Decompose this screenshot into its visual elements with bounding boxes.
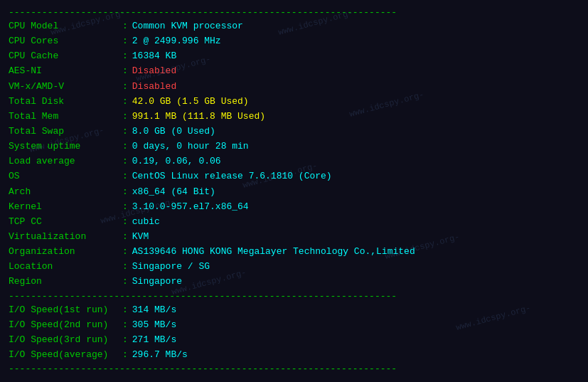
row-value: Common KVM processor	[132, 19, 243, 33]
io-row-label: I/O Speed(1st run)	[9, 303, 122, 317]
system-row: Total Swap: 8.0 GB (0 Used)	[9, 124, 579, 139]
system-row: OS: CentOS Linux release 7.6.1810 (Core)	[9, 169, 579, 184]
system-info-section: CPU Model: Common KVM processorCPU Cores…	[9, 19, 579, 290]
row-colon: :	[122, 169, 128, 184]
io-row: I/O Speed(3rd run): 271 MB/s	[9, 333, 579, 347]
row-value: AS139646 HONG KONG Megalayer Technology …	[132, 245, 415, 259]
system-row: VM-x/AMD-V: Disabled	[9, 80, 579, 94]
io-row-colon: :	[122, 318, 128, 332]
io-row: I/O Speed(average): 296.7 MB/s	[9, 348, 579, 362]
row-label: Region	[9, 275, 122, 289]
system-row: Total Disk: 42.0 GB (1.5 GB Used)	[9, 95, 579, 109]
row-value: 991.1 MB (111.8 MB Used)	[132, 110, 265, 124]
row-label: Virtualization	[9, 230, 122, 244]
row-value: 42.0 GB (1.5 GB Used)	[132, 95, 249, 109]
row-value: Singapore	[132, 275, 182, 289]
row-value: 8.0 GB (0 Used)	[132, 124, 215, 139]
io-row: I/O Speed(1st run): 314 MB/s	[9, 303, 579, 317]
row-label: Total Mem	[9, 110, 122, 124]
row-colon: :	[122, 260, 128, 274]
io-row-value: 314 MB/s	[132, 303, 176, 317]
row-label: Organization	[9, 245, 122, 259]
system-row: Region: Singapore	[9, 275, 579, 289]
row-value: Disabled	[132, 64, 176, 78]
row-label: AES-NI	[9, 64, 122, 78]
row-label: Kernel	[9, 200, 122, 214]
system-row: Load average: 0.19, 0.06, 0.06	[9, 154, 579, 169]
row-colon: :	[122, 110, 128, 124]
system-row: TCP CC: cubic	[9, 215, 579, 229]
row-colon: :	[122, 275, 128, 289]
row-colon: :	[122, 215, 128, 229]
row-colon: :	[122, 124, 128, 139]
row-label: Location	[9, 260, 122, 274]
io-row-colon: :	[122, 303, 128, 317]
row-label: Arch	[9, 185, 122, 199]
row-colon: :	[122, 49, 128, 63]
row-label: Total Disk	[9, 95, 122, 109]
row-colon: :	[122, 95, 128, 109]
row-value: 0.19, 0.06, 0.06	[132, 154, 221, 169]
row-colon: :	[122, 154, 128, 169]
io-row-label: I/O Speed(average)	[9, 348, 122, 362]
row-label: Load average	[9, 154, 122, 169]
row-colon: :	[122, 64, 128, 78]
io-row-colon: :	[122, 333, 128, 347]
row-value: KVM	[132, 230, 149, 244]
row-colon: :	[122, 200, 128, 214]
divider-top: ----------------------------------------…	[9, 7, 579, 18]
system-row: CPU Cores: 2 @ 2499.996 MHz	[9, 34, 579, 48]
row-label: CPU Model	[9, 19, 122, 33]
row-colon: :	[122, 80, 128, 94]
row-label: Total Swap	[9, 124, 122, 139]
row-label: CPU Cache	[9, 49, 122, 63]
system-row: Total Mem: 991.1 MB (111.8 MB Used)	[9, 110, 579, 124]
io-row-value: 305 MB/s	[132, 318, 176, 332]
system-row: Kernel: 3.10.0-957.el7.x86_64	[9, 200, 579, 214]
io-row-label: I/O Speed(2nd run)	[9, 318, 122, 332]
row-value: 16384 KB	[132, 49, 176, 63]
row-value: CentOS Linux release 7.6.1810 (Core)	[132, 169, 332, 184]
row-colon: :	[122, 139, 128, 154]
system-row: Organization: AS139646 HONG KONG Megalay…	[9, 245, 579, 259]
io-row-value: 271 MB/s	[132, 333, 176, 347]
row-label: CPU Cores	[9, 34, 122, 48]
divider-mid: ----------------------------------------…	[9, 291, 579, 302]
row-colon: :	[122, 19, 128, 33]
row-colon: :	[122, 185, 128, 199]
system-row: AES-NI: Disabled	[9, 64, 579, 78]
row-colon: :	[122, 34, 128, 48]
system-row: Virtualization: KVM	[9, 230, 579, 244]
terminal: www.idcspy.org- www.idcspy.org- www.idcs…	[0, 0, 588, 382]
system-row: CPU Model: Common KVM processor	[9, 19, 579, 33]
system-row: CPU Cache: 16384 KB	[9, 49, 579, 63]
io-speed-section: I/O Speed(1st run): 314 MB/sI/O Speed(2n…	[9, 303, 579, 363]
row-colon: :	[122, 230, 128, 244]
system-row: Location: Singapore / SG	[9, 260, 579, 274]
row-value: 0 days, 0 hour 28 min	[132, 139, 249, 154]
row-value: Disabled	[132, 80, 176, 94]
io-row-label: I/O Speed(3rd run)	[9, 333, 122, 347]
divider-bot: ----------------------------------------…	[9, 364, 579, 374]
row-value: cubic	[132, 215, 160, 229]
row-value: Singapore / SG	[132, 260, 210, 274]
row-label: OS	[9, 169, 122, 184]
row-value: x86_64 (64 Bit)	[132, 185, 215, 199]
system-row: Arch: x86_64 (64 Bit)	[9, 185, 579, 199]
row-label: TCP CC	[9, 215, 122, 229]
row-label: VM-x/AMD-V	[9, 80, 122, 94]
io-row-value: 296.7 MB/s	[132, 348, 188, 362]
row-value: 2 @ 2499.996 MHz	[132, 34, 221, 48]
row-colon: :	[122, 245, 128, 259]
system-row: System uptime: 0 days, 0 hour 28 min	[9, 139, 579, 154]
row-label: System uptime	[9, 139, 122, 154]
io-row-colon: :	[122, 348, 128, 362]
io-row: I/O Speed(2nd run): 305 MB/s	[9, 318, 579, 332]
row-value: 3.10.0-957.el7.x86_64	[132, 200, 249, 214]
